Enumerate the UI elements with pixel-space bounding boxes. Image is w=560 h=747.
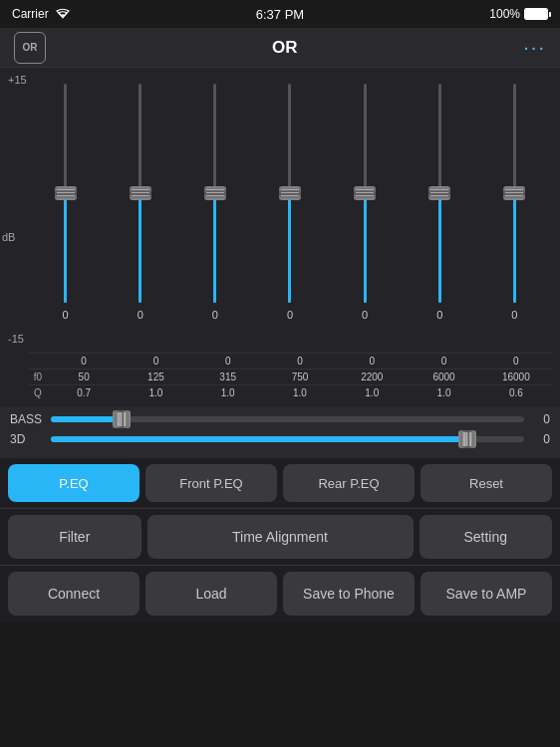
- eq-slider-value-1: 0: [138, 309, 143, 321]
- freq-f0-row-label: f0: [28, 370, 48, 384]
- nav-row-1: Filter Time Alignment Setting: [0, 508, 560, 565]
- eq-slider-handle-1[interactable]: [130, 186, 151, 200]
- threed-track[interactable]: [51, 436, 524, 442]
- freq-val-cell-2: 0: [192, 354, 264, 369]
- freq-f0-cell-1: 125: [120, 370, 191, 384]
- eq-slider-track-4[interactable]: [364, 84, 367, 303]
- threed-label: 3D: [10, 432, 45, 446]
- threed-row: 3D 0: [10, 432, 550, 446]
- bass-track[interactable]: [51, 416, 524, 422]
- eq-slider-handle-0[interactable]: [55, 186, 77, 200]
- tab-rear-peq[interactable]: Rear P.EQ: [283, 464, 415, 502]
- battery-icon: [524, 8, 548, 20]
- status-bar: Carrier 6:37 PM 100%: [0, 0, 560, 28]
- eq-slider-fill-0: [64, 193, 67, 303]
- bass-value: 0: [530, 412, 550, 426]
- freq-val-cell-4: 0: [336, 354, 408, 369]
- eq-slider-value-2: 0: [212, 309, 218, 321]
- eq-slider-track-1[interactable]: [139, 84, 141, 303]
- freq-f0-cell-4: 2200: [336, 370, 408, 384]
- setting-button[interactable]: Setting: [420, 515, 553, 559]
- eq-slider-handle-3[interactable]: [279, 186, 301, 200]
- freq-val-cell-1: 0: [120, 354, 191, 369]
- eq-slider-fill-3: [288, 193, 291, 303]
- freq-value-row: 0000000: [28, 353, 552, 369]
- freq-f0-cell-3: 750: [264, 370, 336, 384]
- tab-reset[interactable]: Reset: [420, 464, 552, 502]
- bass-3d-area: BASS 0 3D 0: [0, 406, 560, 458]
- eq-slider-handle-6[interactable]: [503, 186, 525, 200]
- eq-slider-track-5[interactable]: [438, 84, 441, 303]
- freq-q-row-label: Q: [28, 385, 48, 400]
- threed-handle: [458, 430, 476, 448]
- freq-q-cell-1: 1.0: [120, 385, 191, 400]
- status-time: 6:37 PM: [256, 7, 304, 22]
- eq-sliders-container: 0 0 0 0 0 0 0: [28, 84, 552, 353]
- carrier-text: Carrier: [12, 7, 49, 21]
- eq-slider-col-2[interactable]: 0: [185, 84, 245, 353]
- app-title: OR: [272, 38, 298, 58]
- load-button[interactable]: Load: [145, 572, 277, 616]
- freq-q-cell-4: 1.0: [336, 385, 408, 400]
- eq-slider-col-6[interactable]: 0: [484, 84, 544, 353]
- freq-val-cell-6: 0: [480, 354, 552, 369]
- time-alignment-button[interactable]: Time Alignment: [147, 515, 414, 559]
- eq-slider-value-6: 0: [511, 309, 517, 321]
- eq-bottom-label: -15: [8, 333, 24, 345]
- bass-row: BASS 0: [10, 412, 550, 426]
- freq-table: 0000000 f0501253157502200600016000 Q0.71…: [28, 353, 552, 400]
- bass-label: BASS: [10, 412, 45, 426]
- eq-slider-fill-6: [513, 193, 516, 303]
- freq-f0-row: f0501253157502200600016000: [28, 369, 552, 384]
- connect-button[interactable]: Connect: [8, 572, 140, 616]
- eq-slider-value-5: 0: [436, 309, 442, 321]
- freq-q-cell-2: 1.0: [192, 385, 264, 400]
- tab-front-peq[interactable]: Front P.EQ: [145, 464, 277, 502]
- freq-val-cell-3: 0: [264, 354, 336, 369]
- eq-slider-fill-2: [213, 193, 216, 303]
- battery-pct: 100%: [489, 7, 520, 21]
- eq-slider-fill-5: [438, 193, 441, 303]
- eq-slider-handle-4[interactable]: [354, 186, 376, 200]
- wifi-icon: [55, 8, 71, 20]
- eq-slider-col-3[interactable]: 0: [260, 84, 320, 353]
- eq-slider-track-0[interactable]: [64, 84, 67, 303]
- app-header: OR OR ···: [0, 28, 560, 68]
- eq-slider-handle-2[interactable]: [204, 186, 226, 200]
- eq-slider-value-4: 0: [362, 309, 368, 321]
- status-left: Carrier: [12, 7, 71, 21]
- eq-slider-col-0[interactable]: 0: [36, 84, 96, 353]
- app-logo: OR: [14, 32, 46, 64]
- eq-slider-track-6[interactable]: [513, 84, 516, 303]
- freq-q-row: Q0.71.01.01.01.01.00.6: [28, 384, 552, 400]
- eq-slider-col-5[interactable]: 0: [410, 84, 469, 353]
- freq-f0-cell-0: 50: [48, 370, 120, 384]
- eq-slider-fill-4: [364, 193, 367, 303]
- eq-slider-col-1[interactable]: 0: [111, 84, 170, 353]
- save-amp-button[interactable]: Save to AMP: [420, 572, 552, 616]
- app-menu-dots[interactable]: ···: [523, 36, 546, 59]
- tab-peq[interactable]: P.EQ: [8, 464, 140, 502]
- save-phone-button[interactable]: Save to Phone: [283, 572, 415, 616]
- freq-q-cell-3: 1.0: [264, 385, 336, 400]
- eq-db-label: dB: [2, 231, 15, 243]
- freq-val-cell-5: 0: [408, 354, 479, 369]
- nav-row-2: Connect Load Save to Phone Save to AMP: [0, 565, 560, 622]
- freq-f0-cell-2: 315: [192, 370, 264, 384]
- eq-slider-value-0: 0: [63, 309, 69, 321]
- freq-q-cell-6: 0.6: [480, 385, 552, 400]
- eq-slider-col-4[interactable]: 0: [335, 84, 395, 353]
- eq-slider-value-3: 0: [287, 309, 293, 321]
- filter-button[interactable]: Filter: [8, 515, 141, 559]
- eq-slider-track-2[interactable]: [213, 84, 216, 303]
- freq-val-cell-0: 0: [48, 354, 120, 369]
- threed-value: 0: [530, 432, 550, 446]
- eq-top-label: +15: [8, 74, 27, 86]
- eq-slider-track-3[interactable]: [288, 84, 291, 303]
- freq-q-cell-0: 0.7: [48, 385, 120, 400]
- freq-q-cell-5: 1.0: [408, 385, 479, 400]
- eq-area: +15 dB 0 0 0 0 0: [0, 68, 560, 406]
- eq-slider-handle-5[interactable]: [428, 186, 450, 200]
- freq-f0-cell-5: 6000: [408, 370, 479, 384]
- freq-f0-cell-6: 16000: [480, 370, 552, 384]
